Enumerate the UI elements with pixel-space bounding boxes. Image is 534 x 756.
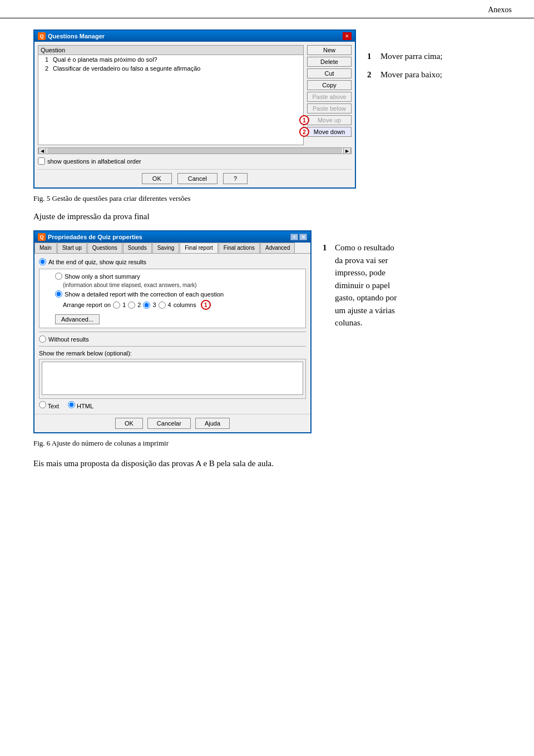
- row-number: 2: [41, 65, 48, 72]
- annotation-1: 1 Mover parra cima;: [367, 52, 478, 61]
- remark-textarea[interactable]: [42, 362, 303, 395]
- radio-show-results: At the end of quiz, show quiz results: [39, 258, 306, 265]
- row-number: 1: [41, 56, 48, 63]
- action-buttons: New Delete Cut Copy Paste above Paste be…: [307, 45, 352, 145]
- tab-final-actions[interactable]: Final actions: [219, 243, 260, 253]
- radio-without-results-label: Without results: [48, 336, 89, 343]
- remark-box: [39, 359, 306, 399]
- format-row: Text HTML: [39, 401, 306, 409]
- titlebar-left: Q Questions Manager: [38, 32, 105, 40]
- tab-main[interactable]: Main: [34, 243, 57, 253]
- html-format-radio[interactable]: [68, 401, 75, 408]
- format-radio-text: Text: [39, 401, 59, 409]
- page-header: Anexos: [0, 0, 534, 18]
- alphabetical-order-checkbox[interactable]: [38, 157, 45, 165]
- new-button[interactable]: New: [307, 45, 352, 55]
- arrange-report-row: Arrange report on 1 2 3 4 columns 1: [63, 300, 301, 310]
- qp-ok-button[interactable]: OK: [115, 418, 143, 429]
- col-4-radio[interactable]: [159, 302, 166, 309]
- tab-bar: Main Start up Questions Sounds Saving Fi…: [34, 243, 310, 254]
- radio-short-summary-label: Show only a short summary: [65, 273, 140, 280]
- scroll-thumb[interactable]: [47, 148, 342, 154]
- radio-detailed-report: Show a detailed report with the correcti…: [55, 290, 301, 298]
- copy-button[interactable]: Copy: [307, 80, 352, 90]
- annotation-text-2: Mover para baixo;: [380, 70, 442, 80]
- radio-show-results-input[interactable]: [39, 258, 46, 265]
- right-annotations: 1 Mover parra cima; 2 Mover para baixo;: [367, 29, 478, 84]
- table-header: Question: [38, 46, 303, 55]
- col-3-radio[interactable]: [143, 302, 150, 309]
- cut-button[interactable]: Cut: [307, 68, 352, 78]
- col-3-label: 3: [152, 302, 156, 308]
- radio-short-summary: Show only a short summary: [55, 273, 301, 280]
- app-icon: Q: [38, 32, 46, 40]
- radio-show-results-label: At the end of quiz, show quiz results: [48, 259, 146, 265]
- qp-cancel-button[interactable]: Cancelar: [147, 418, 191, 429]
- ok-button[interactable]: OK: [142, 173, 172, 184]
- help-button[interactable]: ?: [223, 173, 248, 184]
- col-1-radio[interactable]: [113, 302, 120, 309]
- annotation-num-1: 1: [367, 52, 376, 61]
- radio-detailed-label: Show a detailed report with the correcti…: [65, 291, 224, 298]
- tab-startup[interactable]: Start up: [57, 243, 87, 253]
- tab-final-report[interactable]: Final report: [180, 243, 218, 253]
- qp-body: At the end of quiz, show quiz results Sh…: [34, 254, 310, 414]
- paste-below-button[interactable]: Paste below: [307, 103, 352, 113]
- checkbox-label: show questions in alfabetical order: [47, 158, 141, 165]
- divider2: [39, 346, 306, 347]
- qm-titlebar: Q Questions Manager ✕: [34, 31, 355, 42]
- fig1-caption: Fig. 5 Gestão de questões para criar dif…: [33, 194, 512, 203]
- questions-table: Question 1 Qual é o planeta mais próximo…: [38, 45, 304, 145]
- col-2-radio[interactable]: [128, 302, 135, 309]
- quiz-properties-dialog: Q Propriedades de Quiz properties ? ✕ Ma…: [33, 230, 312, 433]
- radio-without-results-input[interactable]: [39, 335, 46, 343]
- scroll-right[interactable]: ▶: [343, 147, 351, 154]
- qm-body: Question 1 Qual é o planeta mais próximo…: [34, 42, 355, 187]
- table-row[interactable]: 2 Classificar de verdadeiro ou falso a s…: [38, 64, 303, 73]
- questions-manager-dialog: Q Questions Manager ✕ Question 1 Qual é …: [33, 29, 356, 189]
- annotation-num-2: 2: [367, 70, 376, 80]
- annotation2-num1: 1: [323, 241, 332, 329]
- arrange-label: Arrange report on: [63, 302, 111, 308]
- close-titlebar-button[interactable]: ✕: [299, 234, 307, 240]
- cancel-button[interactable]: Cancel: [177, 173, 217, 184]
- qp-app-icon: Q: [38, 233, 46, 241]
- delete-button[interactable]: Delete: [307, 57, 352, 67]
- radio-short-summary-input[interactable]: [55, 273, 62, 280]
- horizontal-scrollbar[interactable]: ◀ ▶: [38, 147, 352, 154]
- radio-detailed-input[interactable]: [55, 290, 62, 298]
- row-text: Classificar de verdadeiro ou falso a seg…: [53, 65, 200, 72]
- bottom-text: Eis mais uma proposta da disposição das …: [33, 459, 512, 468]
- qp-help-button[interactable]: Ajuda: [195, 418, 230, 429]
- figure1-area: Q Questions Manager ✕ Question 1 Qual é …: [33, 29, 512, 189]
- divider: [39, 332, 306, 332]
- col-4-label: 4: [168, 302, 171, 308]
- move-up-button[interactable]: Move up: [307, 115, 352, 125]
- tab-saving[interactable]: Saving: [152, 243, 180, 253]
- right-annotations2: 1 Como o resultadoda prova vai serimpres…: [323, 230, 478, 329]
- table-row[interactable]: 1 Qual é o planeta mais próximo do sol?: [38, 55, 303, 64]
- circle-badge-2: 2: [299, 127, 309, 137]
- header-title: Anexos: [488, 6, 512, 14]
- col-2-label: 2: [137, 302, 141, 308]
- short-summary-info: (information about time elapsed, exact a…: [63, 282, 301, 288]
- annotation2-item1: 1 Como o resultadoda prova vai serimpres…: [323, 241, 478, 329]
- close-button[interactable]: ✕: [343, 32, 352, 40]
- qp-footer: OK Cancelar Ajuda: [34, 414, 310, 432]
- fig2-caption: Fig. 6 Ajuste do número de colunas a imp…: [33, 439, 512, 448]
- scroll-left[interactable]: ◀: [38, 147, 46, 154]
- move-down-button[interactable]: Move down: [307, 127, 352, 137]
- qp-titlebar-left: Q Propriedades de Quiz properties: [38, 233, 142, 241]
- tab-questions[interactable]: Questions: [87, 243, 122, 253]
- text-format-radio[interactable]: [39, 401, 46, 408]
- qp-titlebar: Q Propriedades de Quiz properties ? ✕: [34, 231, 310, 243]
- tab-sounds[interactable]: Sounds: [123, 243, 152, 253]
- advanced-button[interactable]: Advanced...: [55, 314, 100, 324]
- help-titlebar-button[interactable]: ?: [290, 234, 298, 240]
- paste-above-button[interactable]: Paste above: [307, 92, 352, 102]
- tab-advanced[interactable]: Advanced: [260, 243, 295, 253]
- checkbox-row: show questions in alfabetical order: [38, 157, 352, 165]
- remark-label: Show the remark below (optional):: [39, 350, 306, 357]
- annotation-text-1: Mover parra cima;: [380, 52, 443, 61]
- annotation2-text1: Como o resultadoda prova vai serimpresso…: [335, 241, 397, 329]
